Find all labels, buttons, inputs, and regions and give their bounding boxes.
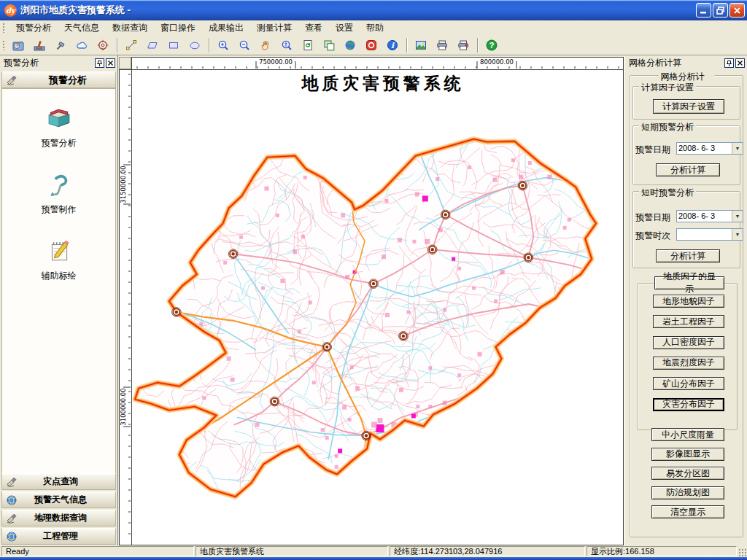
globe-icon[interactable] (341, 36, 359, 54)
pin-icon[interactable] (724, 58, 734, 68)
refresh-icon[interactable] (299, 36, 317, 54)
sidebar-section-label: 工程管理 (20, 530, 101, 542)
svg-text:750000.00: 750000.00 (259, 58, 293, 66)
rectangle-icon[interactable] (165, 36, 182, 54)
menu-item-窗口操作[interactable]: 窗口操作 (154, 20, 202, 36)
close-panel-icon[interactable] (735, 58, 745, 68)
sidebar-section-工程管理[interactable]: 工程管理 (1, 528, 116, 545)
factor-button-地形地貌因子[interactable]: 地形地貌因子 (653, 295, 724, 308)
sidebar-section-预警天气信息[interactable]: 预警天气信息 (1, 491, 116, 508)
display-button-清空显示[interactable]: 清空显示 (651, 505, 724, 518)
sidebar-item-辅助标绘[interactable]: 辅助标绘 (42, 238, 77, 282)
menu-item-查看[interactable]: 查看 (298, 20, 329, 36)
minimize-button[interactable] (696, 3, 711, 18)
zoom-out-icon[interactable] (236, 36, 253, 54)
toolbar-separator (477, 38, 479, 52)
short-term-date-combobox[interactable]: 2008- 6- 3 ▼ (676, 142, 743, 155)
sidebar-item-预警分析[interactable]: 预警分析 (42, 105, 77, 149)
menu-item-设置[interactable]: 设置 (329, 20, 360, 36)
map-canvas[interactable]: 地质灾害预警系统 (131, 69, 624, 545)
sidebar-item-label: 辅助标绘 (42, 270, 77, 282)
pin-icon[interactable] (95, 58, 104, 68)
zoom-in-icon[interactable] (214, 36, 232, 54)
display-button-易发分区图[interactable]: 易发分区图 (651, 467, 724, 480)
town-marker (322, 343, 332, 352)
chevron-down-icon[interactable]: ▼ (732, 211, 743, 222)
factor-setting-button[interactable]: 计算因子设置 (653, 99, 724, 114)
short-term-date-value: 2008- 6- 3 (677, 143, 732, 154)
stop-icon[interactable] (363, 36, 380, 54)
display-button-防治规划图[interactable]: 防治规划图 (651, 486, 724, 499)
factor-setting-group-label: 计算因子设置 (639, 82, 696, 94)
toolbar-grip[interactable] (2, 40, 6, 50)
sidebar-item-label: 预警分析 (42, 137, 77, 149)
menu-grip[interactable] (2, 23, 6, 33)
close-button[interactable] (729, 3, 745, 18)
pan-icon[interactable] (257, 36, 274, 54)
factor-button-地震烈度因子[interactable]: 地震烈度因子 (653, 357, 724, 370)
help-icon[interactable]: ? (483, 36, 500, 54)
sidebar-section-label: 灾点查询 (20, 475, 101, 488)
print-icon[interactable] (433, 36, 451, 54)
notepad-icon (42, 238, 77, 267)
left-panel-body: 预警分析预警制作辅助标绘 (1, 88, 116, 475)
chevron-down-icon[interactable]: ▼ (732, 143, 743, 154)
restore-button[interactable] (713, 3, 728, 18)
menu-item-测量计算[interactable]: 测量计算 (250, 20, 298, 36)
image-icon[interactable] (412, 36, 430, 54)
map-query-icon[interactable] (9, 36, 27, 54)
sidebar-section-label: 预警天气信息 (20, 494, 101, 506)
toolbar: i? (0, 35, 747, 55)
menu-item-预警分析[interactable]: 预警分析 (9, 20, 58, 36)
line-icon[interactable] (123, 36, 140, 54)
print-preview-icon[interactable] (454, 36, 472, 54)
brush-icon (6, 74, 19, 86)
info-icon[interactable]: i (384, 36, 401, 54)
left-panel-sections: 灾点查询预警天气信息地理数据查询工程管理 (1, 472, 116, 545)
display-button-影像图显示[interactable]: 影像图显示 (651, 448, 724, 461)
sidebar-item-预警制作[interactable]: 预警制作 (42, 171, 77, 216)
sidebar-section-地理数据查询[interactable]: 地理数据查询 (1, 510, 116, 526)
factor-display-header-button[interactable]: 地质因子的显示 (654, 276, 724, 289)
locate-icon[interactable] (94, 36, 112, 54)
menu-item-数据查询[interactable]: 数据查询 (106, 20, 154, 36)
short-time-analyze-button[interactable]: 分析计算 (656, 249, 720, 262)
display-button-中小尺度雨量[interactable]: 中小尺度雨量 (651, 428, 724, 441)
menu-item-成果输出[interactable]: 成果输出 (202, 20, 250, 36)
ruler-corner (119, 57, 131, 69)
short-term-group-label: 短期预警分析 (639, 121, 696, 133)
title-bar: dy 浏阳市地质灾害预警系统 - (0, 0, 747, 20)
town-marker (427, 245, 437, 254)
status-coordinates: 经纬度:114.273103,28.047916 (390, 546, 585, 556)
toolbar-separator (406, 38, 408, 52)
cloud-icon[interactable] (73, 36, 90, 54)
short-term-analyze-button[interactable]: 分析计算 (656, 163, 720, 176)
brush-icon[interactable] (31, 36, 48, 54)
hammer-icon[interactable] (52, 36, 69, 54)
close-panel-icon[interactable] (106, 58, 115, 68)
short-time-times-combobox[interactable]: ▼ (676, 228, 743, 241)
globe-small-icon (6, 531, 19, 542)
resize-grip[interactable] (738, 548, 746, 556)
polygon-icon[interactable] (144, 36, 161, 54)
zoom-extent-icon[interactable] (278, 36, 295, 54)
toolbar-separator (209, 38, 210, 52)
chevron-down-icon[interactable]: ▼ (732, 229, 743, 240)
factor-button-矿山分布因子[interactable]: 矿山分布因子 (653, 377, 724, 390)
factor-button-灾害分布因子[interactable]: 灾害分布因子 (653, 398, 724, 411)
menu-item-天气信息[interactable]: 天气信息 (58, 20, 106, 36)
sidebar-section-灾点查询[interactable]: 灾点查询 (1, 473, 116, 490)
short-time-date-value: 2008- 6- 3 (677, 211, 732, 222)
brush-small-icon (6, 513, 19, 524)
factor-button-人口密度因子[interactable]: 人口密度因子 (653, 336, 724, 349)
sidebar-section-label: 地理数据查询 (20, 512, 101, 524)
factor-button-岩土工程因子[interactable]: 岩土工程因子 (653, 315, 724, 328)
town-marker (228, 249, 238, 259)
ruler-horizontal: 750000.00800000.00 (131, 57, 624, 69)
menu-item-帮助[interactable]: 帮助 (360, 20, 390, 36)
town-marker (270, 397, 279, 406)
short-time-times-label: 预警时次 (635, 230, 670, 242)
copy-icon[interactable] (320, 36, 338, 54)
short-time-date-combobox[interactable]: 2008- 6- 3 ▼ (676, 210, 743, 222)
ellipse-icon[interactable] (186, 36, 204, 54)
